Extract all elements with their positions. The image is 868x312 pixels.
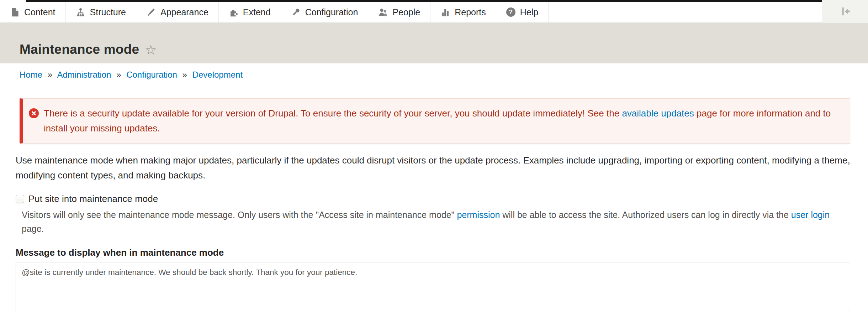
main-content: Home » Administration » Configuration » …: [0, 63, 868, 312]
error-message-text: There is a security update available for…: [44, 106, 841, 136]
page-title: Maintenance mode: [20, 42, 139, 57]
toolbar-tab-label: Content: [24, 7, 55, 17]
error-message: There is a security update available for…: [20, 98, 850, 144]
breadcrumb-separator: »: [182, 70, 187, 79]
breadcrumb-separator: »: [116, 70, 121, 79]
description-part2: will be able to access the site. Authori…: [500, 210, 791, 220]
toolbar-tab-label: Help: [520, 7, 538, 17]
maintenance-mode-checkbox[interactable]: [16, 195, 24, 203]
toolbar-tab-label: People: [392, 7, 420, 17]
breadcrumb-link-configuration[interactable]: Configuration: [126, 70, 177, 79]
message-field-wrap: @site is currently under maintenance. We…: [16, 262, 850, 312]
permission-link[interactable]: permission: [457, 210, 500, 220]
bar-chart-icon: [440, 7, 450, 17]
breadcrumb-link-administration[interactable]: Administration: [57, 70, 111, 79]
toolbar-tab-label: Structure: [90, 7, 126, 17]
toolbar-tab-people[interactable]: People: [368, 2, 430, 22]
toolbar-tab-configuration[interactable]: Configuration: [281, 2, 369, 22]
puzzle-icon: [229, 7, 238, 17]
toolbar-tab-reports[interactable]: Reports: [430, 2, 496, 22]
paintbrush-icon: [146, 7, 156, 17]
checkbox-description: Visitors will only see the maintenance m…: [22, 208, 850, 236]
message-field-label: Message to display when in maintenance m…: [16, 247, 850, 258]
user-login-link[interactable]: user login: [791, 210, 830, 220]
maintenance-mode-checkbox-label[interactable]: Put site into maintenance mode: [28, 193, 158, 204]
toolbar-tab-label: Configuration: [305, 7, 358, 17]
toolbar-collapse-button[interactable]: [822, 0, 868, 23]
toolbar-tab-help[interactable]: ? Help: [496, 2, 549, 22]
admin-toolbar: Content Structure Appearance Extend: [0, 0, 868, 23]
maintenance-mode-checkbox-row: Put site into maintenance mode: [16, 193, 850, 204]
people-icon: [378, 7, 388, 17]
help-icon: ?: [506, 7, 515, 17]
toolbar-tab-appearance[interactable]: Appearance: [136, 2, 219, 22]
page-description: Use maintenance mode when making major u…: [16, 153, 850, 183]
wrench-icon: [291, 7, 301, 17]
toolbar-tabs: Content Structure Appearance Extend: [0, 2, 822, 23]
toolbar-tab-label: Appearance: [160, 7, 208, 17]
breadcrumb-separator: »: [48, 70, 52, 79]
breadcrumb: Home » Administration » Configuration » …: [20, 70, 850, 80]
description-part1: Visitors will only see the maintenance m…: [22, 210, 457, 220]
page-header: Maintenance mode ☆: [0, 23, 868, 63]
toolbar-tab-extend[interactable]: Extend: [219, 2, 281, 22]
file-icon: [10, 7, 20, 17]
breadcrumb-link-development[interactable]: Development: [192, 70, 243, 79]
available-updates-link[interactable]: available updates: [622, 108, 694, 119]
star-icon[interactable]: ☆: [145, 43, 157, 57]
error-text-prefix: There is a security update available for…: [44, 108, 622, 119]
toolbar-tab-structure[interactable]: Structure: [66, 2, 136, 22]
toolbar-tab-content[interactable]: Content: [0, 2, 66, 22]
breadcrumb-link-home[interactable]: Home: [20, 70, 42, 79]
collapse-left-icon: [839, 5, 851, 17]
page: Content Structure Appearance Extend: [0, 0, 868, 312]
toolbar-tab-label: Reports: [455, 7, 486, 17]
error-x-icon: [29, 108, 39, 118]
sitemap-icon: [76, 7, 85, 17]
toolbar-tab-label: Extend: [243, 7, 271, 17]
maintenance-message-textarea[interactable]: @site is currently under maintenance. We…: [16, 262, 850, 312]
description-part3: page.: [22, 224, 44, 234]
